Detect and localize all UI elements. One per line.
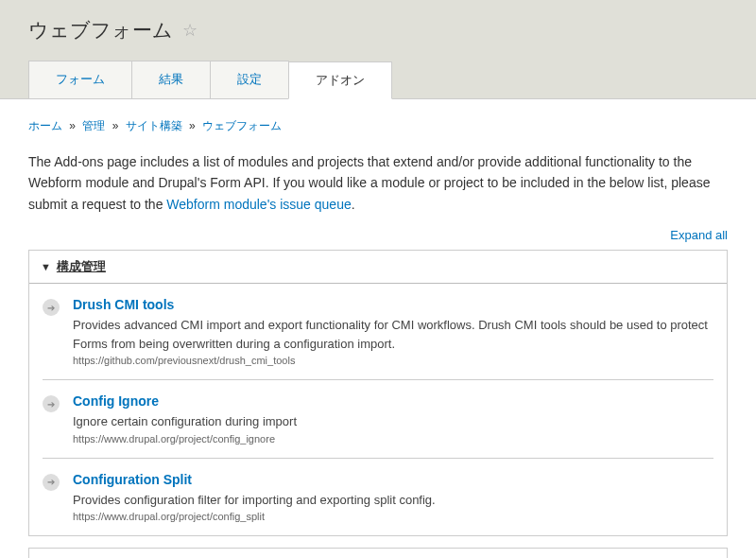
item-url: https://www.drupal.org/project/config_sp…	[73, 511, 713, 522]
chevron-right-icon[interactable]: ➔	[43, 474, 60, 491]
list-item: ➔ Configuration Split Provides configura…	[43, 459, 713, 536]
intro-link[interactable]: Webform module's issue queue	[166, 197, 351, 212]
item-body: Drush CMI tools Provides advanced CMI im…	[73, 297, 713, 366]
item-body: Config Ignore Ignore certain configurati…	[73, 393, 713, 445]
list-item: ➔ Drush CMI tools Provides advanced CMI …	[43, 284, 713, 380]
page-title: ウェブフォーム	[28, 17, 173, 44]
item-url: https://github.com/previousnext/drush_cm…	[73, 355, 713, 366]
item-title-link[interactable]: Config Ignore	[73, 393, 159, 409]
chevron-right-icon[interactable]: ➔	[43, 299, 60, 316]
expand-all-link[interactable]: Expand all	[670, 228, 728, 242]
breadcrumb: ホーム » 管理 » サイト構築 » ウェブフォーム	[28, 118, 728, 134]
star-icon[interactable]: ☆	[182, 20, 198, 41]
tab-settings[interactable]: 設定	[210, 61, 289, 98]
tab-form[interactable]: フォーム	[28, 61, 132, 98]
item-body: Configuration Split Provides configurati…	[73, 472, 713, 523]
item-desc: Ignore certain configuration during impo…	[73, 412, 713, 431]
breadcrumb-webform[interactable]: ウェブフォーム	[202, 119, 282, 132]
intro-after: .	[352, 197, 355, 212]
section-element: ▶ エレメント	[28, 548, 728, 558]
title-row: ウェブフォーム ☆	[28, 17, 728, 61]
breadcrumb-structure[interactable]: サイト構築	[126, 119, 182, 132]
section-header-element[interactable]: ▶ エレメント	[29, 549, 727, 558]
item-title-link[interactable]: Configuration Split	[73, 472, 192, 487]
header-bar: ウェブフォーム ☆ フォーム 結果 設定 アドオン	[0, 0, 756, 99]
expand-all-row: Expand all	[28, 228, 728, 242]
tabs: フォーム 結果 設定 アドオン	[28, 61, 728, 98]
section-label: 構成管理	[57, 258, 106, 275]
intro-text: The Add-ons page includes a list of modu…	[28, 151, 728, 215]
item-desc: Provides configuration filter for import…	[73, 491, 713, 510]
tab-addons[interactable]: アドオン	[288, 61, 392, 99]
item-title-link[interactable]: Drush CMI tools	[73, 297, 174, 312]
breadcrumb-sep: »	[112, 119, 119, 132]
breadcrumb-admin[interactable]: 管理	[82, 119, 105, 132]
list-item: ➔ Config Ignore Ignore certain configura…	[43, 380, 713, 459]
breadcrumb-sep: »	[69, 119, 76, 132]
breadcrumb-sep: »	[189, 119, 196, 132]
arrow-down-icon: ▼	[41, 261, 51, 272]
item-url: https://www.drupal.org/project/config_ig…	[73, 433, 713, 445]
item-desc: Provides advanced CMI import and export …	[73, 316, 713, 353]
section-header-config[interactable]: ▼ 構成管理	[29, 251, 727, 284]
intro-before: The Add-ons page includes a list of modu…	[28, 154, 710, 212]
section-body: ➔ Drush CMI tools Provides advanced CMI …	[29, 284, 727, 535]
tab-results[interactable]: 結果	[131, 61, 211, 98]
content: ホーム » 管理 » サイト構築 » ウェブフォーム The Add-ons p…	[0, 99, 756, 558]
breadcrumb-home[interactable]: ホーム	[28, 119, 62, 132]
section-config: ▼ 構成管理 ➔ Drush CMI tools Provides advanc…	[28, 250, 728, 536]
chevron-right-icon[interactable]: ➔	[43, 395, 60, 412]
